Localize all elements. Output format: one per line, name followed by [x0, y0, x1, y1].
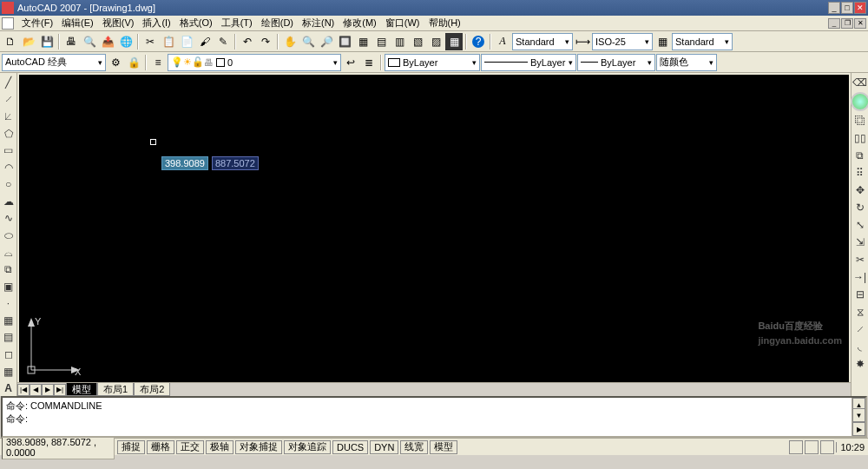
paste-button[interactable]: [178, 33, 195, 50]
workspace-lock-button[interactable]: 🔒: [125, 54, 142, 71]
doc-restore-button[interactable]: ❐: [841, 18, 853, 29]
insert-block-tool[interactable]: ⧉: [1, 261, 16, 277]
construction-line-tool[interactable]: ⟋: [1, 92, 16, 108]
copy-button[interactable]: [160, 33, 177, 50]
ellipse-tool[interactable]: ⬭: [1, 228, 16, 243]
stretch-tool[interactable]: ⇲: [852, 234, 868, 250]
break-tool[interactable]: ⊟: [852, 287, 868, 302]
scroll-down-button[interactable]: ▼: [852, 408, 865, 422]
menu-insert[interactable]: 插入(I): [138, 17, 174, 30]
menu-view[interactable]: 视图(V): [98, 17, 139, 30]
join-tool[interactable]: ⧖: [852, 304, 868, 320]
plot-preview-button[interactable]: [81, 33, 98, 50]
lock-icon[interactable]: [805, 440, 819, 454]
quickcalc-button[interactable]: ▦: [445, 33, 463, 50]
tab-first-button[interactable]: |◀: [17, 384, 30, 396]
dyn-toggle[interactable]: DYN: [370, 440, 398, 454]
block-editor-button[interactable]: ✎: [214, 33, 232, 50]
properties-button[interactable]: ▦: [354, 33, 372, 50]
menu-window[interactable]: 窗口(W): [381, 17, 424, 30]
command-scrollbar[interactable]: ▲ ▼ ▶: [852, 398, 865, 436]
textstyle-dropdown[interactable]: Standard: [512, 33, 573, 50]
tab-prev-button[interactable]: ◀: [30, 384, 42, 396]
menu-format[interactable]: 格式(O): [175, 17, 217, 30]
menu-help[interactable]: 帮助(H): [424, 17, 465, 30]
polyline-tool[interactable]: ⟀: [1, 109, 16, 124]
scale-tool[interactable]: ⤡: [852, 217, 868, 233]
redo-button[interactable]: [257, 33, 274, 50]
help-button[interactable]: [470, 33, 487, 50]
layer-previous-button[interactable]: ↩: [342, 54, 359, 71]
trim-tool[interactable]: ✂: [852, 252, 868, 268]
menu-edit[interactable]: 编辑(E): [57, 17, 98, 30]
print-button[interactable]: [62, 33, 80, 50]
tab-last-button[interactable]: ▶|: [54, 384, 66, 396]
ortho-toggle[interactable]: 正交: [176, 440, 204, 454]
dynamic-input-y[interactable]: 887.5072: [212, 156, 259, 170]
grid-toggle[interactable]: 栅格: [147, 440, 174, 454]
lwt-toggle[interactable]: 线宽: [400, 440, 428, 454]
dimstyle-icon[interactable]: ⟼: [574, 33, 591, 50]
dimstyle-dropdown[interactable]: ISO-25: [592, 33, 653, 50]
otrack-toggle[interactable]: 对象追踪: [284, 440, 331, 454]
menu-modify[interactable]: 修改(M): [339, 17, 381, 30]
workspace-settings-button[interactable]: ⚙: [107, 54, 124, 71]
menu-draw[interactable]: 绘图(D): [257, 17, 298, 30]
menu-dimension[interactable]: 标注(N): [298, 17, 339, 30]
move-tool[interactable]: ✥: [852, 182, 868, 198]
tray-settings-icon[interactable]: [820, 440, 834, 454]
undo-button[interactable]: [239, 33, 256, 50]
tool-palettes-button[interactable]: ▥: [391, 33, 408, 50]
plotstyle-dropdown[interactable]: 随颜色: [656, 54, 717, 71]
publish-button[interactable]: [99, 33, 116, 50]
zoom-previous-button[interactable]: [318, 33, 335, 50]
menu-file[interactable]: 文件(F): [17, 17, 57, 30]
rotate-tool[interactable]: ↻: [852, 200, 868, 215]
tool-palettes-orb[interactable]: [851, 92, 869, 111]
tab-layout2[interactable]: 布局2: [134, 383, 170, 396]
ellipse-arc-tool[interactable]: ⌓: [1, 245, 16, 261]
copy-tool[interactable]: ⿻: [852, 113, 868, 129]
command-line[interactable]: 命令: COMMANDLINE 命令: ▲ ▼ ▶: [1, 396, 867, 438]
region-tool[interactable]: ◻: [1, 347, 16, 362]
fillet-tool[interactable]: ◟: [852, 339, 868, 354]
offset-tool[interactable]: ⧉: [852, 148, 868, 163]
match-properties-button[interactable]: [196, 33, 214, 50]
explode-tool[interactable]: ✸: [852, 356, 868, 372]
zoom-realtime-button[interactable]: [299, 33, 317, 50]
circle-tool[interactable]: ○: [1, 176, 16, 192]
chamfer-tool[interactable]: ⟋: [852, 321, 868, 337]
close-button[interactable]: ✕: [854, 2, 866, 14]
tab-next-button[interactable]: ▶: [42, 384, 54, 396]
drawing-canvas[interactable]: 398.9089 887.5072 Y X Baidu百度经验 jingyan.…: [19, 75, 849, 382]
point-tool[interactable]: ·: [1, 296, 16, 312]
mirror-tool[interactable]: ▯▯: [852, 130, 868, 146]
comm-center-icon[interactable]: [789, 440, 803, 454]
textstyle-icon[interactable]: A: [494, 33, 511, 50]
polygon-tool[interactable]: ⬠: [1, 126, 16, 142]
save-button[interactable]: [38, 33, 56, 50]
extend-tool[interactable]: →|: [852, 269, 868, 285]
zoom-window-button[interactable]: 🔲: [336, 33, 353, 50]
pan-button[interactable]: [281, 33, 299, 50]
menu-tools[interactable]: 工具(T): [217, 17, 257, 30]
tablestyle-icon[interactable]: ▦: [654, 33, 671, 50]
arc-tool[interactable]: ◠: [1, 160, 16, 175]
color-dropdown[interactable]: ByLayer: [385, 54, 480, 71]
scroll-right-button[interactable]: ▶: [852, 422, 865, 436]
publish-web-button[interactable]: 🌐: [117, 33, 135, 50]
rectangle-tool[interactable]: ▭: [1, 142, 16, 158]
mtext-tool[interactable]: A: [1, 380, 16, 396]
linetype-dropdown[interactable]: ByLayer: [481, 54, 576, 71]
tab-model[interactable]: 模型: [66, 383, 97, 396]
sheet-set-button[interactable]: ▧: [409, 33, 426, 50]
layer-states-button[interactable]: ≣: [360, 54, 378, 71]
gradient-tool[interactable]: ▤: [1, 330, 16, 346]
workspace-dropdown[interactable]: AutoCAD 经典: [2, 54, 106, 71]
table-tool[interactable]: ▦: [1, 364, 16, 380]
coordinates-display[interactable]: 398.9089, 887.5072 , 0.0000: [2, 435, 115, 459]
hatch-tool[interactable]: ▦: [1, 313, 16, 328]
tab-layout1[interactable]: 布局1: [97, 383, 134, 396]
markup-button[interactable]: ▨: [427, 33, 444, 50]
spline-tool[interactable]: ∿: [1, 211, 16, 227]
